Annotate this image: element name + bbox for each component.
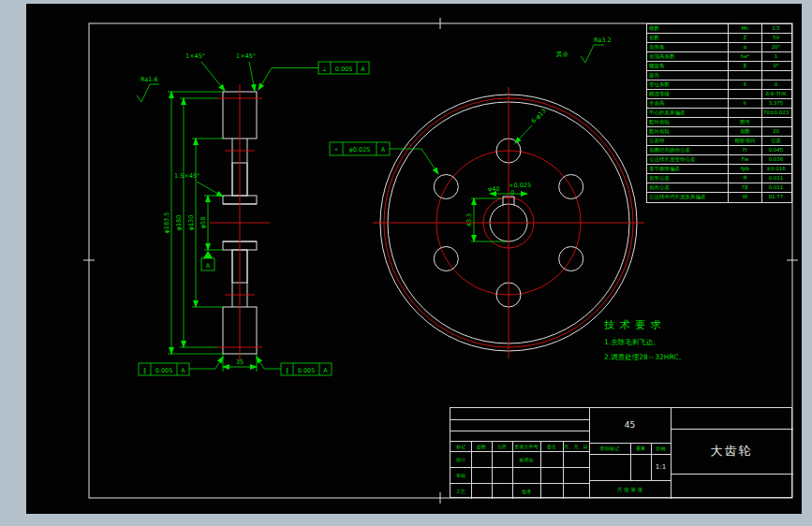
param-value: 0.045 xyxy=(761,146,790,154)
param-row: 旋向 xyxy=(647,71,791,80)
dim-keyway: 43.3 xyxy=(465,213,473,226)
param-label: 齿形角 xyxy=(647,43,728,51)
param-value: ±0.016 xyxy=(761,165,790,173)
dim-pitch-diameter: φ180 xyxy=(175,215,183,231)
param-value: 0 xyxy=(761,80,790,89)
chamfer-label-1: 1×45° xyxy=(185,52,205,60)
param-row: 基节极限偏差fpb±0.016 xyxy=(647,165,791,174)
sig-approve: 批准 xyxy=(522,489,531,494)
param-row: 公法线长度变动公差Fw0.036 xyxy=(647,155,791,165)
section-dimensions: φ183.5 φ180 φ130 φ58 35 A xyxy=(163,52,257,372)
tol-pos-symbol: ⌖ xyxy=(334,146,338,153)
param-label: 公差组 xyxy=(647,137,728,145)
param-symbol xyxy=(728,90,761,98)
chamfer-label-3: 1.5×45° xyxy=(174,172,199,180)
param-symbol: Z xyxy=(728,34,761,42)
param-label: 中心距及其偏差 xyxy=(647,109,728,117)
tol-pos-value: φ0.025 xyxy=(349,146,371,153)
tol-br-datum: A xyxy=(323,367,328,374)
param-label: 旋向 xyxy=(647,71,728,80)
tol-pos-datum: A xyxy=(381,146,386,153)
dim-hub-diameter: φ58 xyxy=(199,217,207,229)
dim-rim-diameter: φ130 xyxy=(187,215,195,231)
param-value: 0.036 xyxy=(761,155,790,164)
tol-top-datum: A xyxy=(361,66,365,73)
sig-design: 设计 xyxy=(456,457,465,462)
param-label: 变位系数 xyxy=(647,80,728,89)
param-label: 配对齿轮 xyxy=(647,127,728,136)
tol-bl-symbol: ∥ xyxy=(143,367,146,374)
param-symbol: Fr xyxy=(728,146,761,154)
param-row: 配对齿轮图号 xyxy=(647,118,791,127)
param-symbol: W xyxy=(728,193,761,202)
param-row: 齿形角α20° xyxy=(647,43,791,52)
param-row: 中心距及其偏差70±0.023 xyxy=(647,109,791,118)
sheets-label: 共 张 第 张 xyxy=(617,487,642,493)
tol-top-symbol: ⟂ xyxy=(322,66,327,73)
param-row: 公差组检验项目公差 xyxy=(647,137,791,146)
roughness-other-icon: 其余 Ra3.2 xyxy=(555,37,612,63)
technical-requirements: 技术要求 1.去除毛刺飞边。 2.调质处理28～32HRC。 xyxy=(604,318,686,363)
gear-section-view xyxy=(210,84,270,361)
param-value: 20° xyxy=(761,43,790,51)
param-value: 81.77 xyxy=(761,193,790,202)
scale-value: 1:1 xyxy=(656,463,666,471)
scale-label: 比例 xyxy=(657,446,666,451)
roughness-other-value: Ra3.2 xyxy=(594,37,612,44)
param-value: 0° xyxy=(761,62,790,70)
dim-bore: φ40 xyxy=(488,185,500,193)
param-value: 20 xyxy=(761,127,790,136)
param-value: 公差 xyxy=(761,137,790,145)
cad-window: φ183.5 φ180 φ130 φ58 35 A xyxy=(0,0,812,526)
param-symbol: α xyxy=(728,43,761,51)
param-value: 1.5 xyxy=(761,24,790,33)
param-symbol: 图号 xyxy=(728,118,761,126)
param-label: 基节极限偏差 xyxy=(647,165,728,173)
tech-req-title: 技术要求 xyxy=(604,318,686,332)
tol-br-symbol: ∥ xyxy=(286,367,288,374)
param-value: 0.011 xyxy=(761,174,790,183)
tech-req-item: 2.调质处理28～32HRC。 xyxy=(604,352,686,362)
sig-check: 审核 xyxy=(456,473,465,478)
param-row: 齿向公差Fβ0.011 xyxy=(647,183,791,193)
param-label: 公法线平均长度及其偏差 xyxy=(647,193,728,202)
tol-bl-datum: A xyxy=(181,367,185,374)
param-value: 70±0.023 xyxy=(761,109,790,117)
param-symbol: h xyxy=(728,99,761,108)
tolerance-frame-bottom-left: ∥ 0.005 A xyxy=(139,357,223,375)
param-value: 8-8-7HK xyxy=(761,90,790,98)
param-row: 齿形公差ff0.011 xyxy=(647,174,791,183)
param-label: 配对齿轮 xyxy=(647,118,728,126)
param-row: 精度等级8-8-7HK xyxy=(647,90,791,99)
tol-bl-value: 0.005 xyxy=(155,367,173,374)
param-row: 全齿高h3.375 xyxy=(647,99,791,109)
param-label: 齿形公差 xyxy=(647,174,728,183)
param-row: 公法线平均长度及其偏差W81.77 xyxy=(647,193,791,202)
roughness-left-value: Ra1.6 xyxy=(140,76,158,83)
sig-standard: 标准化 xyxy=(520,457,534,462)
tolerance-frame-top: ⟂ 0.005 A xyxy=(258,62,369,90)
roughness-marks: Ra1.6 其余 Ra3.2 xyxy=(137,37,612,102)
dim-bolt-holes: 6-φ13 xyxy=(530,107,548,124)
param-symbol: 检验项目 xyxy=(728,137,761,145)
param-symbol: Mn xyxy=(728,24,761,33)
param-row: 齿顶高系数ha*1 xyxy=(647,52,791,62)
param-label: 公法线长度变动公差 xyxy=(647,155,728,164)
rev-header-sign: 签名 xyxy=(547,444,556,449)
param-symbol: fpb xyxy=(728,165,761,173)
param-symbol: X xyxy=(728,80,761,89)
param-label: 齿顶高系数 xyxy=(647,52,728,61)
rev-header-count: 处数 xyxy=(477,444,486,449)
param-label: 齿向公差 xyxy=(647,183,728,192)
param-label: 螺旋角 xyxy=(647,62,728,70)
param-symbol: ff xyxy=(728,174,761,183)
rev-header-zone: 分区 xyxy=(497,444,507,449)
weight-label: 重量 xyxy=(636,446,645,451)
param-symbol xyxy=(728,71,761,80)
part-name: 大齿轮 xyxy=(711,443,753,460)
datum-a-symbol: A xyxy=(201,251,214,270)
param-row: 螺旋角β0° xyxy=(647,62,791,71)
param-label: 齿圈径向跳动公差 xyxy=(647,146,728,154)
material-label: 45 xyxy=(625,420,635,430)
tolerance-frame-bottom-right: ∥ 0.005 A xyxy=(257,357,332,375)
